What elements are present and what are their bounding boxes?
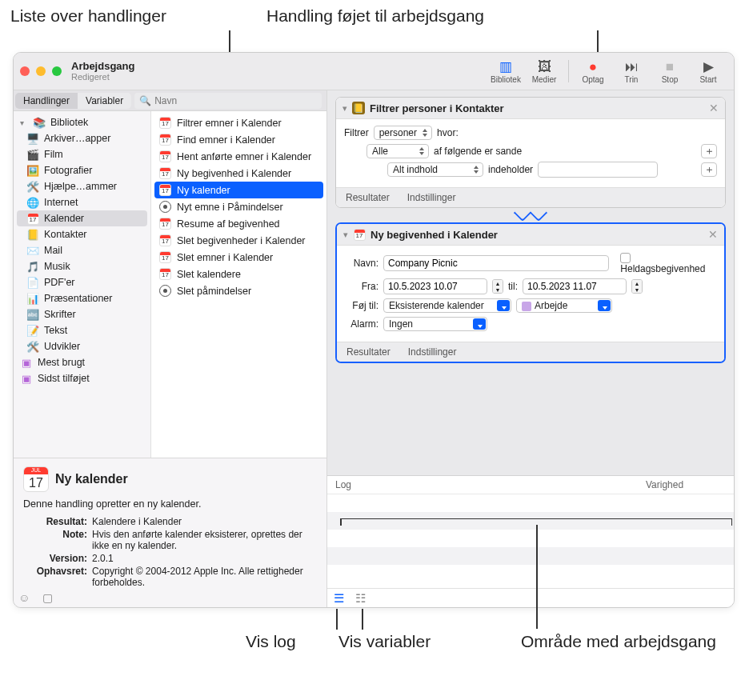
- info-description: Denne handling opretter en ny kalender.: [23, 498, 317, 510]
- close-icon[interactable]: ✕: [709, 102, 719, 114]
- disclosure-icon[interactable]: ▾: [342, 103, 347, 114]
- disclosure-icon[interactable]: ▾: [343, 230, 348, 240]
- action-item[interactable]: Hent anførte emner i Kalender: [151, 148, 326, 165]
- filter-type-select[interactable]: personer: [374, 126, 432, 140]
- wf-action-new-event[interactable]: ▾ Ny begivenhed i Kalender ✕ Navn: Helda…: [335, 222, 726, 363]
- settings-tab[interactable]: Indstillinger: [408, 346, 457, 358]
- wf-action-filter-contacts[interactable]: ▾ 📒 Filtrer personer i Kontakter ✕ Filtr…: [335, 97, 726, 208]
- calendar-icon: [159, 117, 171, 129]
- reminder-icon: [159, 201, 171, 213]
- action-item[interactable]: Resume af begivenhed: [151, 215, 326, 232]
- action-item[interactable]: Filtrer emner i Kalender: [151, 114, 326, 131]
- media-icon: 🖼: [538, 59, 551, 75]
- minimize-window-icon[interactable]: [36, 66, 46, 76]
- lib-item-fonts[interactable]: 🔤Skrifter: [14, 306, 150, 322]
- action-label: Slet emner i Kalender: [177, 252, 273, 263]
- field-select[interactable]: Alt indhold: [387, 162, 483, 177]
- action-title: Ny begivenhed i Kalender: [370, 229, 703, 241]
- info-label: Note:: [23, 529, 92, 551]
- to-stepper[interactable]: ▲▼: [631, 279, 643, 294]
- log-rows: [327, 494, 734, 588]
- library-button[interactable]: ▥ Bibliotek: [487, 59, 525, 84]
- run-button[interactable]: ▶ Start: [689, 59, 727, 84]
- results-tab[interactable]: Resultater: [346, 192, 390, 203]
- calendar-icon: [159, 234, 171, 246]
- media-button[interactable]: 🖼 Medier: [525, 59, 563, 84]
- lib-item-text[interactable]: 📝Tekst: [14, 322, 150, 338]
- lib-item-files[interactable]: 🖥️Arkiver…apper: [14, 130, 150, 146]
- title-sub: Redigeret: [71, 72, 134, 82]
- toolbar-label: Stop: [662, 75, 679, 84]
- lib-item-contacts[interactable]: 📒Kontakter: [14, 226, 150, 242]
- stop-button[interactable]: ■ Stop: [651, 59, 689, 84]
- record-button[interactable]: ● Optag: [574, 59, 612, 84]
- lib-item-music[interactable]: 🎵Musik: [14, 258, 150, 274]
- action-item[interactable]: Ny kalender: [154, 182, 323, 198]
- presentation-icon: 📊: [26, 292, 39, 305]
- lib-item-presentations[interactable]: 📊Præsentationer: [14, 290, 150, 306]
- add-condition-button[interactable]: ＋: [701, 162, 717, 177]
- info-value: Kalendere i Kalender: [92, 516, 317, 527]
- from-date-input[interactable]: [383, 278, 487, 294]
- calendar-select[interactable]: Arbejde: [516, 298, 612, 313]
- actions-list: Filtrer emner i KalenderFind emner i Kal…: [151, 111, 326, 458]
- lib-item-movies[interactable]: 🎬Film: [14, 146, 150, 162]
- lib-label: Film: [44, 149, 63, 160]
- show-log-icon[interactable]: ☰: [334, 591, 344, 606]
- toolbar-label: Bibliotek: [491, 75, 521, 84]
- log-panel: Log Varighed ☰ ☷: [327, 475, 734, 607]
- action-item[interactable]: Slet kalendere: [151, 266, 326, 282]
- add-rule-button[interactable]: ＋: [701, 144, 717, 158]
- info-label: Version:: [23, 553, 92, 564]
- alarm-select[interactable]: Ingen: [383, 317, 487, 331]
- action-item[interactable]: Ny begivenhed i Kalender: [151, 165, 326, 182]
- library-root[interactable]: ▾ 📚 Bibliotek: [14, 114, 150, 130]
- close-window-icon[interactable]: [20, 66, 30, 76]
- event-name-input[interactable]: [383, 255, 609, 271]
- addto-select[interactable]: Eksisterende kalender: [383, 298, 511, 313]
- titlebar: Arbejdsgang Redigeret ▥ Bibliotek 🖼 Medi…: [14, 53, 734, 90]
- to-date-input[interactable]: [523, 278, 627, 294]
- search-field[interactable]: 🔍: [134, 93, 322, 109]
- match-all-select[interactable]: Alle: [366, 144, 429, 158]
- box-icon[interactable]: ▢: [42, 591, 53, 604]
- lib-item-utilities[interactable]: 🛠️Hjælpe…ammer: [14, 178, 150, 194]
- from-stepper[interactable]: ▲▼: [492, 279, 503, 294]
- log-row: [327, 530, 734, 547]
- action-item[interactable]: Find emner i Kalender: [151, 131, 326, 148]
- lib-item-calendar[interactable]: Kalender: [17, 210, 147, 226]
- step-button[interactable]: ⏭ Trin: [612, 59, 651, 84]
- folder-icon: ▣: [20, 372, 33, 385]
- lib-item-developer[interactable]: 🛠️Udvikler: [14, 338, 150, 354]
- action-item[interactable]: Slet begivenheder i Kalender: [151, 232, 326, 249]
- lib-label: Internet: [44, 197, 78, 208]
- lib-item-pdf[interactable]: 📄PDF'er: [14, 274, 150, 290]
- settings-tab[interactable]: Indstillinger: [407, 192, 456, 203]
- tab-variables[interactable]: Variabler: [78, 93, 131, 109]
- filter-value-input[interactable]: [538, 162, 658, 178]
- workflow-area[interactable]: ▾ 📒 Filtrer personer i Kontakter ✕ Filtr…: [327, 90, 734, 475]
- action-label: Ny kalender: [177, 185, 230, 196]
- lib-item-photos[interactable]: 🖼️Fotografier: [14, 162, 150, 178]
- show-variables-icon[interactable]: ☷: [355, 591, 366, 606]
- action-item[interactable]: Slet emner i Kalender: [151, 249, 326, 266]
- results-tab[interactable]: Resultater: [346, 346, 391, 358]
- globe-icon: 🌐: [26, 196, 39, 209]
- segmented-control: Handlinger Variabler: [15, 93, 131, 109]
- allday-checkbox[interactable]: [620, 253, 631, 263]
- search-input[interactable]: [154, 95, 317, 106]
- dev-icon: 🛠️: [26, 340, 39, 353]
- following-label: af følgende er sande: [434, 146, 522, 157]
- action-label: Filtrer emner i Kalender: [177, 118, 282, 129]
- lib-item-recently-added[interactable]: ▣Sidst tilføjet: [14, 370, 150, 386]
- action-item[interactable]: Nyt emne i Påmindelser: [151, 198, 326, 215]
- lib-item-mail[interactable]: ✉️Mail: [14, 242, 150, 258]
- close-icon[interactable]: ✕: [708, 228, 718, 241]
- lib-item-internet[interactable]: 🌐Internet: [14, 194, 150, 210]
- action-item[interactable]: Slet påmindelser: [151, 282, 326, 299]
- smile-icon[interactable]: ☺: [18, 591, 30, 604]
- lib-item-most-used[interactable]: ▣Mest brugt: [14, 354, 150, 370]
- zoom-window-icon[interactable]: [52, 66, 62, 76]
- log-row: [327, 494, 734, 512]
- tab-actions[interactable]: Handlinger: [15, 93, 78, 109]
